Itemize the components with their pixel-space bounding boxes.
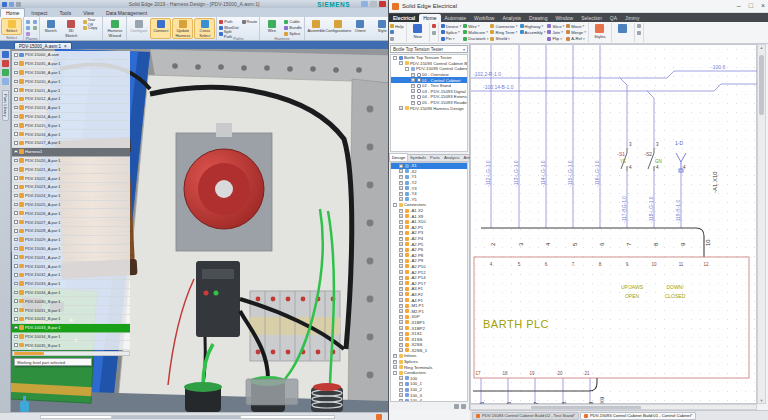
ribbon-button-x-device[interactable]: Device▾ (441, 24, 462, 29)
ribbon-button-x-route[interactable]: Route (241, 19, 259, 24)
tab-x-home[interactable]: Home (0, 8, 25, 17)
pathfinder-item-x-pdv-10033-b-par-1[interactable]: PDV-10033_B.par:1 (12, 324, 130, 333)
expander-icon[interactable]: + (393, 365, 397, 369)
ribbon-button-x-paint-icon[interactable] (390, 36, 404, 41)
ribbon-button-x-styles[interactable]: Styles (590, 22, 610, 43)
expander-icon[interactable]: + (399, 242, 403, 246)
expander-icon[interactable]: + (399, 186, 403, 190)
ribbon-button-x-splice[interactable]: Splice▾ (441, 30, 462, 35)
expander-icon[interactable]: + (399, 169, 403, 173)
ribbon-button-x-delete-icon[interactable] (432, 24, 436, 30)
pathfinder-item-x-pdv-15033-a-par-1[interactable]: PDV-15033_A.par:1 (12, 280, 130, 289)
expander-icon[interactable]: − (399, 61, 403, 65)
tab-x-data-management[interactable]: Data Management (100, 8, 153, 17)
expander-icon[interactable]: + (399, 376, 403, 380)
tab-x-home[interactable]: Home (419, 14, 440, 22)
ribbon-button-x-pan-icon[interactable] (637, 24, 641, 30)
checkbox[interactable] (14, 124, 18, 128)
checkbox[interactable] (14, 317, 18, 321)
expander-icon[interactable]: + (411, 84, 415, 88)
ribbon-button-x-pin[interactable]: Pin▾ (441, 36, 462, 41)
pathfinder-item-x-pdv-15010-a-par-1[interactable]: PDV-15010_A.par:1 (12, 77, 130, 86)
pathfinder-item-x-pdv-15025-a-par-1[interactable]: PDV-15025_A.par:1 (12, 201, 130, 210)
ribbon-button-x-configurations[interactable]: Configurations (328, 18, 349, 35)
expander-icon[interactable]: + (393, 354, 397, 358)
pathfinder-item-x-pdv-15032-a-par-1[interactable]: PDV-15032_A.par:1 (12, 271, 130, 280)
minimize-icon[interactable] (370, 1, 377, 7)
checkbox[interactable] (14, 132, 18, 136)
expander-icon[interactable]: + (411, 95, 415, 99)
expander-icon[interactable]: + (399, 253, 403, 257)
checkbox[interactable] (14, 255, 18, 259)
pathfinder-item-x-pdv-10034-b-par-1[interactable]: PDV-10034_B.par:1 (12, 333, 130, 342)
panel-tab-x-design[interactable]: Design (389, 153, 408, 161)
canvas-vscrollbar[interactable]: ▲ ▼ (757, 44, 766, 404)
checkbox[interactable] (14, 282, 18, 286)
expander-icon[interactable]: + (399, 192, 403, 196)
ribbon-button-x-flip[interactable]: Flip▾ (547, 36, 564, 41)
pathfinder-icon[interactable] (2, 69, 9, 76)
checkbox[interactable] (14, 220, 18, 224)
checkbox[interactable] (14, 238, 18, 242)
pathfinder-item-x-pdv-15035-a-par-1[interactable]: PDV-15035_A.par:1 (12, 60, 130, 69)
expander-icon[interactable]: + (399, 175, 403, 179)
right-window-controls[interactable]: –□× (737, 2, 765, 9)
window-control-x[interactable]: □ (749, 2, 753, 9)
pathfinder-hscrollbar[interactable] (12, 351, 130, 356)
tab-x-selection[interactable]: Selection (577, 14, 606, 22)
checkbox[interactable] (14, 247, 18, 251)
expander-icon[interactable]: − (393, 371, 397, 375)
ribbon-button-x-connector[interactable]: Connector▾ (490, 24, 517, 29)
tab-x-inspect[interactable]: Inspect (25, 8, 53, 17)
checkbox[interactable] (14, 176, 18, 180)
ribbon-button-x-assemble[interactable]: Assemble (306, 18, 327, 35)
expander-icon[interactable]: + (399, 276, 403, 280)
pathfinder-item-x-pdv-15036-a-par-1[interactable]: PDV-15036_A.par:1 (12, 69, 130, 78)
checkbox[interactable] (14, 308, 18, 312)
window-control-x[interactable]: × (761, 2, 765, 9)
expander-icon[interactable]: + (399, 332, 403, 336)
ribbon-button-x-multicore[interactable]: Multicore▾ (463, 30, 488, 35)
checkbox[interactable] (14, 203, 18, 207)
checkbox[interactable] (14, 115, 18, 119)
notification-icon[interactable] (376, 414, 382, 420)
ribbon-button-x-orient[interactable]: Orient (350, 18, 371, 35)
expander-icon[interactable]: − (405, 67, 409, 71)
ribbon-button-x-path[interactable]: Path (218, 19, 239, 24)
checkbox[interactable] (14, 291, 18, 295)
expander-icon[interactable]: + (399, 382, 403, 386)
ribbon-button-x-update-harness[interactable]: Update Harness (172, 18, 193, 39)
ribbon-button-x-merge[interactable]: Merge▾ (566, 30, 586, 35)
expander-icon[interactable]: + (399, 326, 403, 330)
pathfinder-item-x-pdv-15031-a-par-2[interactable]: PDV-15031_A.par:2 (12, 253, 130, 262)
checkbox[interactable] (14, 335, 18, 339)
checkbox[interactable] (14, 62, 18, 66)
tab-x-drawing[interactable]: Drawing (525, 14, 551, 22)
ribbon-button-x-move[interactable]: Move▾ (566, 24, 586, 29)
sheet-tab-x-pdv-15093-control-cabinet-build-01-control-cabinet[interactable]: PDV-15093 Control Cabinet Build:01 - Con… (580, 412, 696, 420)
checkbox[interactable] (14, 168, 18, 172)
parts-library-tab[interactable]: Parts Library (2, 90, 9, 121)
checkbox[interactable] (14, 150, 18, 154)
ribbon-button-x-camera-icon[interactable] (432, 30, 436, 36)
project-selector[interactable]: Bottle Top Tension Tester ▾ (390, 45, 468, 53)
checkbox[interactable] (14, 264, 18, 268)
expander-icon[interactable]: + (399, 298, 403, 302)
help-icon[interactable] (361, 1, 368, 7)
ribbon-button-x-connect[interactable]: Connect (150, 18, 171, 39)
ribbon-button-x-3d-sketch[interactable]: 3D Sketch (61, 18, 80, 39)
ribbon-button-x-plane-icon[interactable] (32, 19, 38, 24)
ribbon-button-x-join[interactable]: Join▾ (547, 30, 564, 35)
sheet-tab-x-pdv-15093-control-cabinet-build-02-test-stand[interactable]: PDV-15093 Control Cabinet Build:02 - Tes… (472, 412, 579, 420)
tab-x-workflow[interactable]: Workflow (470, 14, 498, 22)
expander-icon[interactable]: + (399, 164, 403, 168)
expander-icon[interactable]: + (399, 287, 403, 291)
ribbon-button-x-zoom-icon[interactable] (637, 30, 641, 36)
tree-item-x-pdv-15093-harness-design[interactable]: +PDV-15093 Harness Design (391, 105, 467, 111)
checkbox[interactable] (14, 185, 18, 189)
pathfinder-item-x-harness1[interactable]: Harness1 (12, 148, 130, 157)
pathfinder-item-x-pdv-15031-a-par-3[interactable]: PDV-15031_A.par:3 (12, 262, 130, 271)
checkbox[interactable] (14, 343, 18, 347)
expander-icon[interactable]: + (399, 337, 403, 341)
checkbox[interactable] (14, 97, 18, 101)
